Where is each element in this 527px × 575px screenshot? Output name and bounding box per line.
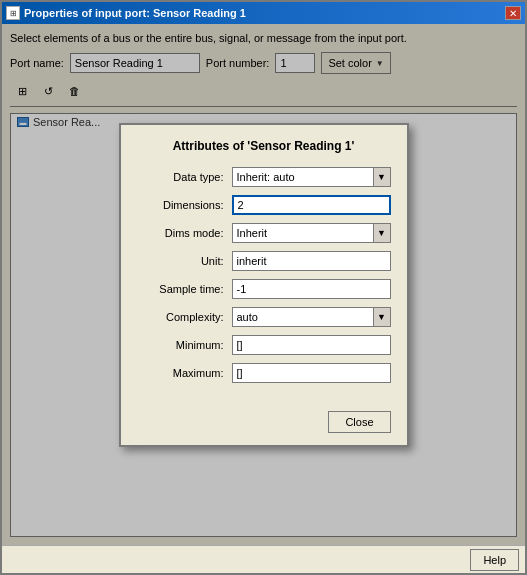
data-type-row: Data type: Inherit: auto ▼ <box>137 167 391 187</box>
complexity-row: Complexity: auto ▼ <box>137 307 391 327</box>
data-type-label: Data type: <box>137 171 232 183</box>
dims-mode-label: Dims mode: <box>137 227 232 239</box>
title-bar: ⊞ Properties of input port: Sensor Readi… <box>2 2 525 24</box>
unit-row: Unit: <box>137 251 391 271</box>
dims-mode-select-wrapper: Inherit ▼ <box>232 223 391 243</box>
complexity-select-wrapper: auto ▼ <box>232 307 391 327</box>
maximum-input[interactable] <box>232 363 391 383</box>
dimensions-input[interactable] <box>232 195 391 215</box>
modal-body: Attributes of 'Sensor Reading 1' Data ty… <box>121 125 407 405</box>
sample-time-row: Sample time: <box>137 279 391 299</box>
window-body: Select elements of a bus or the entire b… <box>2 24 525 545</box>
help-button[interactable]: Help <box>470 549 519 571</box>
attributes-modal: Attributes of 'Sensor Reading 1' Data ty… <box>119 123 409 447</box>
dims-mode-row: Dims mode: Inherit ▼ <box>137 223 391 243</box>
modal-footer: Close <box>121 405 407 445</box>
dimensions-label: Dimensions: <box>137 199 232 211</box>
complexity-select[interactable]: auto <box>232 307 391 327</box>
dimensions-row: Dimensions: <box>137 195 391 215</box>
sample-time-label: Sample time: <box>137 283 232 295</box>
unit-label: Unit: <box>137 255 232 267</box>
sample-time-input[interactable] <box>232 279 391 299</box>
modal-heading: Attributes of 'Sensor Reading 1' <box>137 139 391 153</box>
data-type-select-wrapper: Inherit: auto ▼ <box>232 167 391 187</box>
unit-input[interactable] <box>232 251 391 271</box>
data-type-select[interactable]: Inherit: auto <box>232 167 391 187</box>
bottom-bar: Help <box>2 545 525 573</box>
modal-close-button[interactable]: Close <box>328 411 390 433</box>
window-title: Properties of input port: Sensor Reading… <box>24 7 501 19</box>
main-window: ⊞ Properties of input port: Sensor Readi… <box>0 0 527 575</box>
minimum-row: Minimum: <box>137 335 391 355</box>
minimum-label: Minimum: <box>137 339 232 351</box>
maximum-row: Maximum: <box>137 363 391 383</box>
modal-overlay: Attributes of 'Sensor Reading 1' Data ty… <box>2 24 525 545</box>
minimum-input[interactable] <box>232 335 391 355</box>
close-button[interactable]: ✕ <box>505 6 521 20</box>
window-icon: ⊞ <box>6 6 20 20</box>
dims-mode-select[interactable]: Inherit <box>232 223 391 243</box>
maximum-label: Maximum: <box>137 367 232 379</box>
complexity-label: Complexity: <box>137 311 232 323</box>
